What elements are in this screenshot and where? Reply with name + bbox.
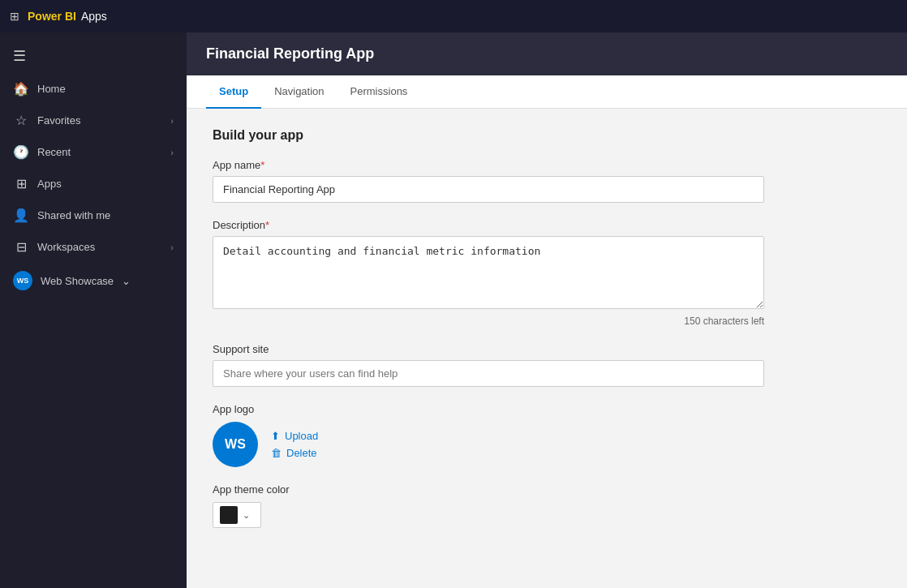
- sidebar-item-apps-label: Apps: [37, 178, 174, 190]
- chevron-right-icon: ›: [170, 242, 174, 252]
- shared-icon: 👤: [13, 208, 29, 223]
- tab-navigation[interactable]: Navigation: [261, 75, 337, 109]
- workspaces-icon: ⊟: [13, 239, 29, 255]
- sidebar-item-workspaces[interactable]: ⊟ Workspaces ›: [0, 231, 187, 263]
- theme-color-section: App theme color ⌄: [213, 483, 881, 528]
- sidebar-item-shared-label: Shared with me: [37, 209, 174, 221]
- description-input[interactable]: Detail accounting and financial metric i…: [213, 236, 764, 309]
- workspace-label: Web Showcase: [41, 275, 114, 287]
- tab-permissions[interactable]: Permissions: [337, 75, 421, 109]
- app-name-group: App name*: [213, 159, 881, 203]
- sidebar: ☰ 🏠 Home ☆ Favorites › 🕐 Recent › ⊞ Apps…: [0, 32, 187, 588]
- sidebar-item-web-showcase[interactable]: WS Web Showcase ⌄: [0, 263, 187, 298]
- color-swatch: [220, 506, 238, 524]
- upload-icon: ⬆: [271, 430, 280, 442]
- favorites-icon: ☆: [13, 113, 29, 128]
- chevron-right-icon: ›: [170, 116, 174, 126]
- topbar-appname: Apps: [81, 10, 107, 23]
- sidebar-item-shared[interactable]: 👤 Shared with me: [0, 200, 187, 231]
- page-title: Financial Reporting App: [206, 45, 374, 62]
- app-logo-label: App logo: [213, 403, 881, 415]
- delete-label: Delete: [286, 447, 317, 459]
- theme-color-label: App theme color: [213, 483, 881, 496]
- apps-icon: ⊞: [13, 176, 29, 191]
- chevron-right-icon: ›: [170, 148, 174, 157]
- support-site-input[interactable]: [213, 360, 764, 387]
- app-logo-avatar: WS: [213, 422, 258, 467]
- topbar-brand: Power BI Apps: [28, 10, 107, 23]
- description-label: Description*: [213, 219, 881, 231]
- content-header: Financial Reporting App: [187, 32, 907, 75]
- sidebar-item-home-label: Home: [37, 83, 174, 95]
- topbar: ⊞ Power BI Apps: [0, 0, 907, 32]
- app-name-input[interactable]: [213, 176, 764, 203]
- sidebar-item-recent[interactable]: 🕐 Recent ›: [0, 136, 187, 168]
- app-logo-section: App logo WS ⬆ Upload 🗑 Delete: [213, 403, 881, 467]
- support-site-label: Support site: [213, 343, 881, 355]
- workspace-avatar: WS: [13, 271, 32, 290]
- chevron-down-icon: ⌄: [243, 510, 250, 521]
- sidebar-item-apps[interactable]: ⊞ Apps: [0, 168, 187, 200]
- grid-icon[interactable]: ⊞: [10, 10, 19, 23]
- sidebar-item-recent-label: Recent: [37, 146, 162, 158]
- chevron-down-icon: ⌄: [122, 275, 131, 287]
- tabs-bar: Setup Navigation Permissions: [187, 75, 907, 109]
- form-section-title: Build your app: [213, 128, 881, 143]
- support-site-group: Support site: [213, 343, 881, 387]
- form-area: Build your app App name* Description* De…: [187, 109, 907, 588]
- main-layout: ☰ 🏠 Home ☆ Favorites › 🕐 Recent › ⊞ Apps…: [0, 32, 907, 588]
- app-logo-row: WS ⬆ Upload 🗑 Delete: [213, 422, 881, 467]
- sidebar-item-workspaces-label: Workspaces: [37, 241, 162, 253]
- app-name-label: App name*: [213, 159, 881, 171]
- sidebar-item-favorites-label: Favorites: [37, 114, 162, 127]
- sidebar-item-favorites[interactable]: ☆ Favorites ›: [0, 105, 187, 136]
- app-logo-actions: ⬆ Upload 🗑 Delete: [271, 430, 318, 459]
- delete-button[interactable]: 🗑 Delete: [271, 447, 318, 459]
- recent-icon: 🕐: [13, 144, 29, 160]
- upload-button[interactable]: ⬆ Upload: [271, 430, 318, 442]
- char-count: 150 characters left: [213, 315, 764, 327]
- home-icon: 🏠: [13, 81, 29, 97]
- description-group: Description* Detail accounting and finan…: [213, 219, 881, 327]
- delete-icon: 🗑: [271, 447, 282, 459]
- upload-label: Upload: [285, 430, 318, 442]
- sidebar-item-home[interactable]: 🏠 Home: [0, 73, 187, 105]
- powerbi-logo: Power BI: [28, 10, 76, 23]
- tab-setup[interactable]: Setup: [206, 75, 261, 109]
- content-area: Financial Reporting App Setup Navigation…: [187, 32, 907, 588]
- theme-color-picker[interactable]: ⌄: [213, 502, 261, 528]
- hamburger-button[interactable]: ☰: [0, 39, 187, 73]
